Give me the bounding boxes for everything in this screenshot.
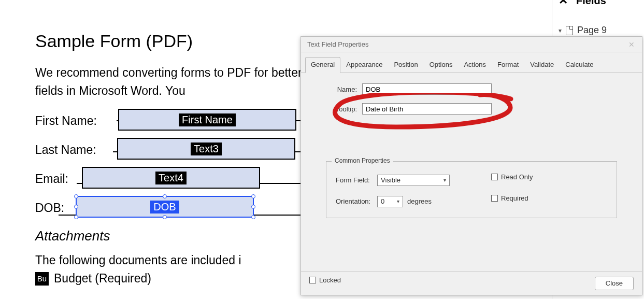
chevron-down-icon: ▾ (443, 177, 446, 183)
chevron-down-icon: ▾ (397, 198, 399, 204)
form-field-label: Form Field: (336, 176, 377, 184)
field-dob-selected[interactable]: DOB (76, 196, 254, 218)
form-field-value: Visible (381, 176, 400, 184)
attachment-label: Budget (Required) (54, 272, 151, 286)
close-icon[interactable]: ✕ (559, 0, 568, 7)
field-first-name[interactable]: First Name (118, 109, 296, 131)
required-checkbox[interactable]: Required (491, 194, 553, 202)
required-label: Required (501, 194, 528, 202)
field-tag: Text3 (191, 143, 222, 155)
tab-appearance[interactable]: Appearance (340, 57, 388, 73)
tab-calculate[interactable]: Calculate (560, 57, 599, 73)
label-dob: DOB: (35, 196, 71, 215)
resize-handle[interactable] (163, 215, 167, 219)
resize-handle[interactable] (163, 194, 167, 198)
chevron-down-icon: ▾ (559, 27, 562, 34)
tree-item-label: Page 9 (577, 25, 607, 36)
tab-actions[interactable]: Actions (458, 57, 492, 73)
tab-general-body: Name: Tooltip: Common Properties Form Fi… (301, 73, 642, 234)
label-first-name: First Name: (35, 109, 114, 128)
read-only-label: Read Only (501, 173, 533, 181)
resize-handle[interactable] (74, 194, 78, 198)
tab-general[interactable]: General (305, 57, 340, 73)
dialog-title: Text Field Properties (307, 40, 369, 48)
dialog-titlebar[interactable]: Text Field Properties ✕ (301, 37, 642, 52)
resize-handle[interactable] (251, 194, 255, 198)
read-only-checkbox[interactable]: Read Only (491, 173, 553, 181)
dialog-footer: Locked Close (301, 271, 642, 295)
button-field-icon: Bu (35, 272, 49, 286)
form-field-select[interactable]: Visible ▾ (377, 175, 450, 186)
page-icon (566, 26, 573, 35)
orientation-value: 0 (381, 197, 384, 205)
tooltip-row: Tooltip: (316, 103, 627, 115)
field-email[interactable]: Text4 (82, 167, 260, 189)
field-tag: Text4 (155, 172, 187, 184)
tab-options[interactable]: Options (424, 57, 459, 73)
field-tag: First Name (179, 113, 236, 126)
locked-label: Locked (319, 276, 341, 284)
dialog-tabs: General Appearance Position Options Acti… (301, 52, 642, 73)
tooltip-input[interactable] (362, 103, 492, 115)
checkbox-icon (491, 195, 498, 202)
field-tag: DOB (150, 201, 179, 213)
name-row: Name: (316, 83, 627, 95)
tree-item-page[interactable]: ▾ Page 9 (559, 25, 638, 36)
close-icon[interactable]: ✕ (625, 39, 638, 50)
resize-handle[interactable] (251, 215, 255, 219)
fields-panel-title: Fields (576, 0, 606, 7)
resize-handle[interactable] (74, 215, 78, 219)
label-email: Email: (35, 167, 78, 186)
tab-validate[interactable]: Validate (524, 57, 560, 73)
tooltip-label: Tooltip: (316, 105, 357, 113)
orientation-select[interactable]: 0 ▾ (377, 196, 403, 207)
common-properties-group: Common Properties Form Field: Visible ▾ … (326, 161, 617, 218)
close-button[interactable]: Close (595, 277, 634, 290)
checkbox-icon (309, 277, 316, 283)
text-field-properties-dialog[interactable]: Text Field Properties ✕ General Appearan… (300, 36, 642, 295)
checkbox-icon (491, 174, 498, 180)
tab-position[interactable]: Position (388, 57, 423, 73)
orientation-label: Orientation: (336, 197, 377, 205)
locked-checkbox[interactable]: Locked (309, 276, 341, 284)
degrees-label: degrees (407, 197, 432, 205)
tab-format[interactable]: Format (492, 57, 524, 73)
group-legend: Common Properties (332, 157, 393, 164)
name-label: Name: (316, 86, 357, 93)
fields-panel-header: ✕ Fields (559, 0, 638, 7)
resize-handle[interactable] (74, 205, 78, 209)
name-input[interactable] (362, 83, 492, 95)
field-last-name[interactable]: Text3 (117, 138, 295, 160)
resize-handle[interactable] (251, 205, 255, 209)
label-last-name: Last Name: (35, 138, 113, 157)
